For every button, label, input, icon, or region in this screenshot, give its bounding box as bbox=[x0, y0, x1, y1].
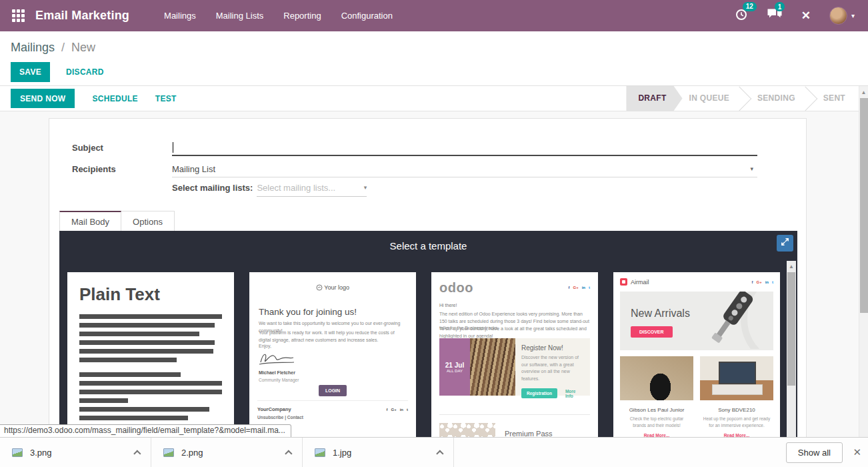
googleplus-icon: G+ bbox=[391, 408, 396, 412]
scrollbar-thumb[interactable] bbox=[860, 98, 868, 313]
linkedin-icon: in bbox=[400, 408, 403, 412]
menu-reporting[interactable]: Reporting bbox=[283, 11, 321, 21]
facebook-icon: f bbox=[568, 286, 569, 290]
premium-pass-photo bbox=[439, 423, 495, 437]
app-title: Email Marketing bbox=[35, 9, 129, 23]
messages-badge: 1 bbox=[775, 2, 785, 11]
discard-button[interactable]: DISCARD bbox=[66, 67, 104, 77]
googleplus-icon: G+ bbox=[756, 280, 761, 284]
event-block: 21 Jul ALL DAY Register Now! Discover th… bbox=[439, 338, 590, 396]
template-odoo-event[interactable]: odoo f G+ in t Hi there! The next editio… bbox=[431, 272, 598, 437]
activities-button[interactable]: 12 bbox=[735, 8, 748, 24]
control-panel: Mailings / New SAVE DISCARD bbox=[0, 31, 868, 86]
event-description: Discover the new version of our software… bbox=[521, 354, 584, 382]
event-allday: ALL DAY bbox=[447, 369, 463, 373]
download-item[interactable]: 1.jpg bbox=[303, 438, 454, 467]
footer-company: YourCompany bbox=[257, 406, 291, 412]
signer-name: Michael Fletcher bbox=[259, 370, 295, 375]
divider bbox=[439, 414, 590, 415]
send-now-button[interactable]: SEND NOW bbox=[11, 89, 75, 108]
chevron-down-icon: ▾ bbox=[364, 184, 367, 193]
avatar bbox=[829, 7, 847, 25]
mailing-lists-input[interactable]: Select mailing lists... ▾ bbox=[257, 183, 367, 197]
close-icon[interactable]: ✕ bbox=[853, 446, 861, 458]
statusbar: SEND NOW SCHEDULE TEST DRAFT IN QUEUE SE… bbox=[0, 86, 868, 111]
save-button[interactable]: SAVE bbox=[11, 62, 50, 82]
user-menu[interactable]: ▾ bbox=[829, 7, 855, 25]
show-all-downloads-button[interactable]: Show all bbox=[786, 442, 843, 463]
downloads-bar: 3.png 2.png 1.jpg Show all ✕ bbox=[0, 437, 868, 467]
apps-menu-icon[interactable] bbox=[12, 9, 25, 22]
test-button[interactable]: TEST bbox=[155, 94, 177, 103]
stage-draft[interactable]: DRAFT bbox=[626, 86, 682, 111]
subject-input[interactable] bbox=[172, 139, 757, 156]
activities-badge: 12 bbox=[743, 2, 757, 11]
breadcrumb-separator: / bbox=[61, 41, 65, 54]
event-date-block: 21 Jul ALL DAY bbox=[439, 338, 470, 396]
download-filename: 3.png bbox=[30, 448, 52, 458]
your-logo-label: Your logo bbox=[249, 284, 416, 291]
chevron-up-icon[interactable] bbox=[436, 450, 443, 457]
recipients-label: Recipients bbox=[72, 164, 116, 174]
download-item[interactable]: 3.png bbox=[0, 438, 151, 467]
stage-sent[interactable]: SENT bbox=[817, 86, 852, 111]
twitter-icon: t bbox=[589, 286, 590, 290]
event-paragraph: To stir up your curiosity, have a look a… bbox=[439, 326, 590, 340]
scrollbar-thumb[interactable] bbox=[787, 272, 795, 386]
menu-mailings[interactable]: Mailings bbox=[164, 11, 196, 21]
schedule-button[interactable]: SCHEDULE bbox=[92, 94, 137, 103]
main-menu: Mailings Mailing Lists Reporting Configu… bbox=[164, 11, 393, 21]
fullscreen-button[interactable] bbox=[777, 235, 793, 252]
template-welcome[interactable]: Your logo Thank you for joining us! We w… bbox=[249, 272, 416, 437]
messages-button[interactable]: 1 bbox=[767, 8, 783, 23]
product-card: Gibson Les Paul Junior Check the top ele… bbox=[620, 356, 693, 437]
stage-separator-icon bbox=[736, 86, 751, 111]
menu-configuration[interactable]: Configuration bbox=[341, 11, 393, 21]
registration-button: Registration bbox=[521, 388, 557, 398]
footer-links: Unsubscribe | Contact bbox=[257, 415, 303, 420]
signature-image bbox=[257, 348, 296, 372]
breadcrumb-current: New bbox=[71, 41, 95, 54]
download-item[interactable]: 2.png bbox=[151, 438, 303, 467]
tv-photo bbox=[700, 356, 773, 400]
chevron-up-icon[interactable] bbox=[285, 450, 292, 457]
hero-title: New Arrivals bbox=[631, 308, 690, 320]
subject-label: Subject bbox=[72, 143, 103, 153]
template-picker-title: Select a template bbox=[59, 231, 797, 252]
page-scrollbar[interactable]: ▲ bbox=[859, 86, 868, 437]
tab-options[interactable]: Options bbox=[121, 211, 175, 232]
form-view: Subject Recipients Mailing List ▾ Select… bbox=[0, 111, 859, 437]
facebook-icon: f bbox=[386, 408, 387, 412]
product-description: Heat up the popcorn and get ready for an… bbox=[700, 416, 773, 429]
stage-pipeline: DRAFT IN QUEUE SENDING SENT bbox=[626, 86, 852, 111]
form-sheet: Subject Recipients Mailing List ▾ Select… bbox=[49, 118, 807, 437]
chevron-down-icon: ▾ bbox=[851, 12, 855, 19]
tab-mail-body[interactable]: Mail Body bbox=[59, 211, 121, 232]
recipients-select[interactable]: Mailing List ▾ bbox=[172, 160, 757, 177]
twitter-icon: t bbox=[772, 280, 773, 284]
template-cards: Plain Text Your logo Thank you for joini… bbox=[67, 272, 780, 437]
breadcrumb-mailings[interactable]: Mailings bbox=[11, 41, 55, 54]
odoo-logo: odoo bbox=[439, 280, 473, 296]
image-file-icon bbox=[12, 448, 23, 457]
template-plain-text[interactable]: Plain Text bbox=[67, 272, 234, 437]
greeting-text: Hi there! bbox=[439, 303, 457, 308]
scroll-up-icon[interactable]: ▲ bbox=[787, 261, 796, 270]
scroll-up-icon[interactable]: ▲ bbox=[859, 86, 868, 95]
template-scrollbar[interactable]: ▲ bbox=[787, 261, 796, 437]
guitar-photo bbox=[620, 356, 693, 400]
airmail-brand: Airmail bbox=[631, 279, 649, 286]
menu-mailing-lists[interactable]: Mailing Lists bbox=[216, 11, 264, 21]
premium-pass-title: Premium Pass bbox=[505, 430, 553, 437]
more-info-link: More Info bbox=[565, 389, 584, 398]
download-filename: 1.jpg bbox=[333, 448, 351, 458]
template-picker: Select a template Plain Text bbox=[59, 231, 797, 437]
linkedin-icon: in bbox=[582, 286, 585, 290]
select-lists-label: Select mailing lists: bbox=[172, 183, 253, 193]
support-tools-button[interactable]: ✕ bbox=[801, 9, 811, 23]
product-card: Sony BDVE210 Heat up the popcorn and get… bbox=[700, 356, 773, 437]
template-airmail[interactable]: Airmail f G+ in t bbox=[613, 272, 780, 437]
conference-photo bbox=[470, 338, 515, 396]
chevron-up-icon[interactable] bbox=[133, 450, 141, 457]
product-name: Gibson Les Paul Junior bbox=[620, 407, 693, 413]
